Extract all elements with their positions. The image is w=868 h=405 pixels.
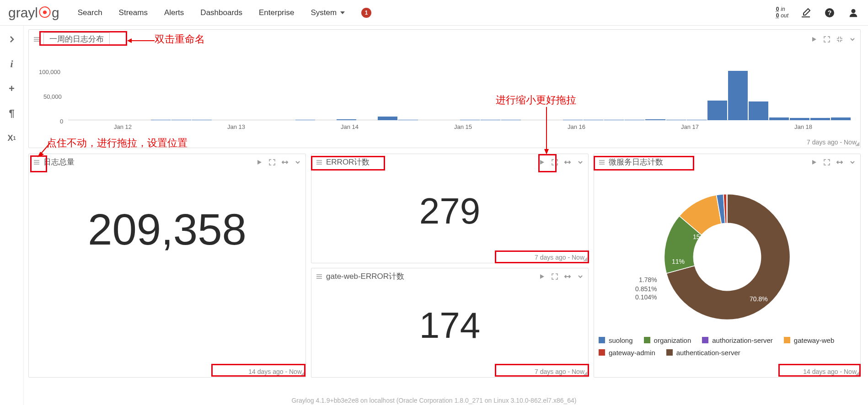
legend-item[interactable]: organization	[644, 336, 691, 344]
nav-right: 0 in 0 out ?	[776, 6, 860, 19]
resize-handle[interactable]: ◢	[583, 370, 587, 376]
widget-error-count: ERROR计数 279 7 days ago - Now ◢	[311, 154, 589, 263]
footer-version: Graylog 4.1.9+bb3e2e8 on localhost (Orac…	[291, 397, 576, 404]
nav-search[interactable]: Search	[78, 8, 102, 17]
help-icon[interactable]: ?	[823, 6, 836, 19]
move-icon[interactable]	[836, 159, 843, 165]
x-tick: Jan 17	[681, 123, 699, 130]
play-icon[interactable]	[539, 159, 545, 165]
resize-handle[interactable]: ◢	[855, 140, 859, 147]
widget-footer: 14 days ago - Now	[29, 367, 305, 377]
sidebar-chevron[interactable]	[5, 33, 18, 46]
drag-icon[interactable]	[33, 36, 40, 43]
expand-icon[interactable]	[552, 159, 558, 165]
sidebar-x1-icon[interactable]: X1	[5, 132, 18, 144]
legend-item[interactable]: gateway-web	[784, 336, 834, 344]
slice-label: 11%	[672, 258, 685, 265]
y-tick: 100,000	[39, 69, 60, 75]
move-icon[interactable]	[564, 273, 571, 280]
move-icon[interactable]	[282, 159, 288, 165]
x-tick: Jan 16	[568, 123, 585, 130]
slice-label: 1.78%	[639, 276, 657, 283]
resize-handle[interactable]: ◢	[583, 256, 587, 262]
widget-footer: 7 days ago - Now	[311, 367, 588, 377]
nav-alerts[interactable]: Alerts	[164, 8, 184, 17]
chevron-down-icon[interactable]	[577, 159, 584, 165]
y-tick: 50,000	[43, 93, 62, 100]
chevron-down-icon[interactable]	[295, 159, 301, 165]
widget-footer: 7 days ago - Now	[29, 138, 860, 148]
play-icon[interactable]	[256, 159, 263, 165]
edit-icon[interactable]	[799, 6, 812, 19]
svg-point-2	[851, 9, 855, 13]
x-tick: Jan 12	[114, 123, 132, 130]
expand-icon[interactable]	[552, 273, 558, 280]
nav-links: Search Streams Alerts Dashboards Enterpr…	[78, 8, 371, 18]
dashboard-content: 一周的日志分布 100,000 50,000 0 Jan 12 Jan 13 J…	[24, 26, 868, 405]
throughput-indicator: 0 in 0 out	[776, 6, 788, 18]
widget-title[interactable]: ERROR计数	[326, 157, 370, 167]
expand-icon[interactable]	[269, 159, 275, 165]
sidebar: i + ¶ X1	[0, 26, 24, 405]
collapse-icon[interactable]	[836, 36, 843, 43]
slice-label: 0.851%	[635, 285, 657, 293]
legend-item[interactable]: authorization-server	[702, 336, 773, 344]
widget-title[interactable]: gate-web-ERROR计数	[326, 271, 404, 282]
bar-chart	[68, 66, 851, 120]
main: i + ¶ X1 一周的日志分布 100,000 50,000	[0, 26, 868, 405]
x-tick: Jan 18	[794, 123, 812, 130]
legend-item[interactable]: authentication-server	[666, 349, 740, 357]
navbar: grayl⦿g Search Streams Alerts Dashboards…	[0, 0, 868, 26]
widget-title[interactable]: 日志总量	[43, 157, 75, 167]
widget-week-distribution: 一周的日志分布 100,000 50,000 0 Jan 12 Jan 13 J…	[28, 29, 861, 148]
resize-handle[interactable]: ◢	[855, 370, 859, 376]
chevron-down-icon[interactable]	[577, 273, 584, 280]
metric-value: 279	[419, 190, 480, 232]
legend: suolong organization authorization-serve…	[594, 335, 860, 357]
move-icon[interactable]	[564, 159, 571, 165]
svg-text:?: ?	[828, 9, 832, 16]
x-tick: Jan 13	[227, 123, 245, 130]
nav-enterprise[interactable]: Enterprise	[259, 8, 294, 17]
expand-icon[interactable]	[824, 36, 830, 43]
metric-value: 209,358	[88, 204, 246, 255]
play-icon[interactable]	[811, 159, 817, 165]
sidebar-plus-icon[interactable]: +	[5, 82, 18, 95]
chevron-down-icon[interactable]	[849, 159, 856, 165]
drag-icon[interactable]	[316, 159, 322, 165]
widget-title[interactable]: 微服务日志计数	[609, 157, 663, 167]
metric-value: 174	[419, 304, 480, 346]
slice-label: 70.8%	[750, 295, 768, 303]
expand-icon[interactable]	[824, 159, 830, 165]
user-icon[interactable]	[847, 6, 860, 19]
play-icon[interactable]	[539, 273, 545, 280]
y-tick: 0	[60, 118, 63, 125]
sidebar-paragraph-icon[interactable]: ¶	[5, 107, 18, 120]
drag-icon[interactable]	[316, 273, 322, 280]
chevron-down-icon	[340, 11, 345, 14]
slice-label: 15.5%	[693, 233, 711, 240]
brand-logo[interactable]: grayl⦿g	[8, 5, 59, 21]
widget-footer: 14 days ago - Now	[594, 367, 860, 377]
x-tick: Jan 15	[454, 123, 472, 130]
x-tick: Jan 14	[341, 123, 359, 130]
nav-dashboards[interactable]: Dashboards	[200, 8, 242, 17]
drag-icon[interactable]	[33, 159, 40, 165]
widget-microservice-logs: 微服务日志计数 0.104% 0.851% 1.78% 11% 15.5% 70…	[594, 154, 861, 378]
nav-system[interactable]: System	[311, 8, 345, 17]
widget-footer: 7 days ago - Now	[311, 253, 588, 263]
nav-streams[interactable]: Streams	[119, 8, 148, 17]
widget-title[interactable]: 一周的日志分布	[43, 32, 110, 46]
widget-gateweb-error: gate-web-ERROR计数 174 7 days ago - Now ◢	[311, 268, 589, 378]
legend-item[interactable]: suolong	[599, 336, 633, 344]
chevron-down-icon[interactable]	[849, 36, 856, 43]
slice-label: 0.104%	[635, 293, 657, 301]
widget-total-logs: 日志总量 209,358 14 days ago - Now ◢	[28, 154, 306, 378]
resize-handle[interactable]: ◢	[300, 370, 305, 376]
donut-chart	[645, 184, 809, 330]
notifications-badge[interactable]: 1	[361, 8, 371, 18]
sidebar-info-icon[interactable]: i	[5, 58, 18, 70]
play-icon[interactable]	[811, 36, 817, 43]
legend-item[interactable]: gateway-admin	[599, 349, 655, 357]
drag-icon[interactable]	[599, 159, 605, 165]
